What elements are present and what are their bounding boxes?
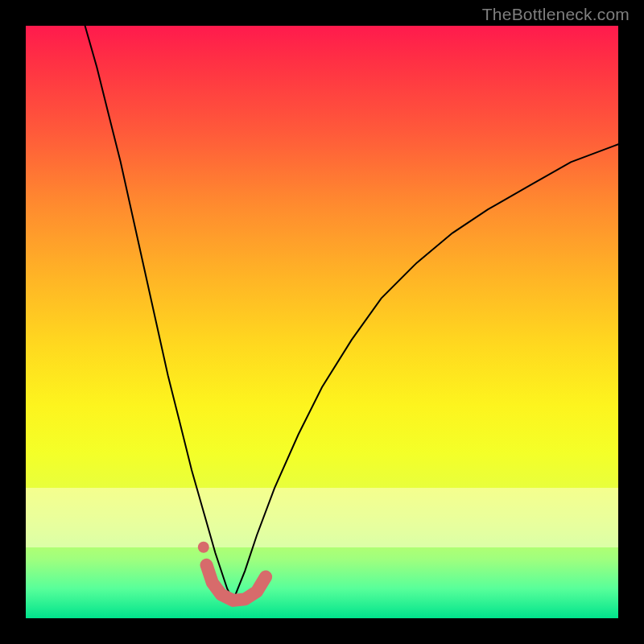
- watermark-text: TheBottleneck.com: [482, 5, 630, 24]
- plot-area: [26, 26, 618, 618]
- outer-frame: TheBottleneck.com: [0, 0, 644, 644]
- chart-svg: [26, 26, 618, 618]
- left-curve: [85, 26, 233, 601]
- trough-marker: [207, 565, 266, 601]
- trough-dot: [198, 542, 209, 553]
- right-curve: [233, 144, 618, 601]
